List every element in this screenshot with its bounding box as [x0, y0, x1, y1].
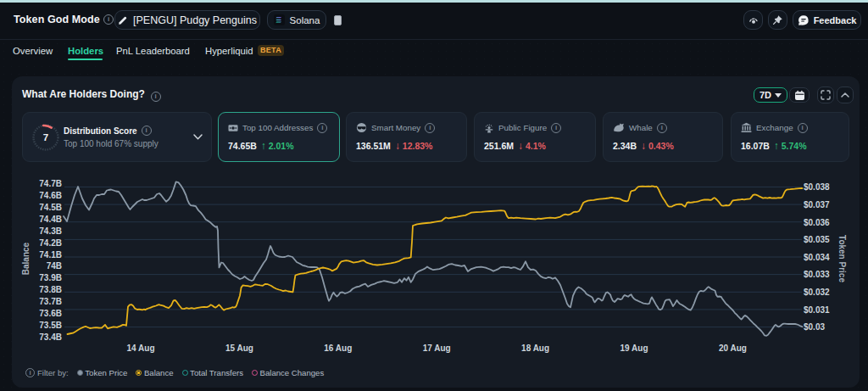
svg-text:$0.033: $0.033	[804, 270, 830, 279]
svg-text:73.5B: 73.5B	[39, 321, 62, 330]
svg-text:73.4B: 73.4B	[39, 332, 62, 342]
svg-text:74.6B: 74.6B	[39, 191, 62, 200]
svg-text:$0.037: $0.037	[804, 200, 830, 209]
svg-text:74.3B: 74.3B	[39, 226, 62, 236]
svg-text:73.9B: 73.9B	[39, 273, 62, 282]
svg-text:74.2B: 74.2B	[39, 238, 62, 248]
svg-text:74.5B: 74.5B	[39, 203, 62, 212]
svg-text:$0.036: $0.036	[804, 218, 830, 227]
svg-text:14 Aug: 14 Aug	[127, 344, 155, 353]
svg-text:$0.035: $0.035	[804, 235, 830, 244]
svg-text:73.6B: 73.6B	[39, 309, 62, 318]
svg-text:19 Aug: 19 Aug	[620, 344, 648, 353]
svg-text:$0.032: $0.032	[804, 288, 830, 297]
svg-text:74B: 74B	[47, 261, 62, 271]
svg-text:Token Price: Token Price	[837, 235, 847, 282]
svg-text:73.8B: 73.8B	[39, 285, 62, 294]
svg-text:20 Aug: 20 Aug	[719, 344, 747, 353]
svg-text:Balance: Balance	[21, 242, 31, 275]
svg-text:$0.03: $0.03	[804, 322, 825, 332]
svg-text:$0.034: $0.034	[804, 253, 830, 262]
svg-text:15 Aug: 15 Aug	[225, 344, 253, 353]
svg-text:$0.031: $0.031	[804, 305, 830, 315]
svg-text:17 Aug: 17 Aug	[423, 344, 451, 353]
svg-text:16 Aug: 16 Aug	[324, 344, 352, 353]
svg-text:74.7B: 74.7B	[39, 179, 62, 188]
svg-text:74.4B: 74.4B	[39, 215, 62, 224]
svg-text:18 Aug: 18 Aug	[521, 344, 549, 353]
svg-text:74.1B: 74.1B	[39, 250, 62, 260]
svg-text:$0.038: $0.038	[804, 182, 830, 192]
svg-text:73.7B: 73.7B	[39, 297, 62, 306]
